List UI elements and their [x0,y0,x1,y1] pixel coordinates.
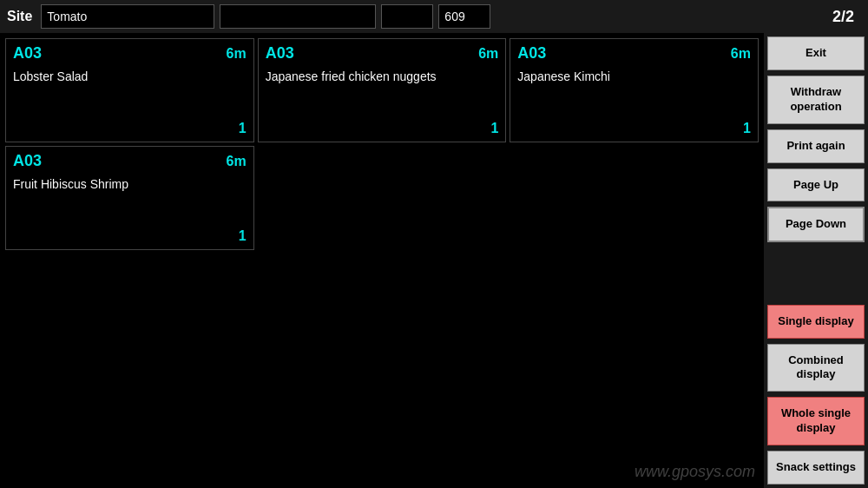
card-time: 6m [227,46,247,62]
card-table: A03 [13,44,42,63]
card-item: Fruit Hibiscus Shrimp [13,177,247,228]
card-qty: 1 [239,121,247,136]
watermark: www.gposys.com [635,463,755,481]
header-bar: Site 2/2 [0,0,868,33]
order-card: A03 6m Lobster Salad 1 [5,38,254,142]
card-header: A03 6m [13,152,247,170]
snack-settings-button[interactable]: Snack settings [767,451,865,485]
order-card: A03 6m Fruit Hibiscus Shrimp 1 [5,146,254,250]
card-qty: 1 [239,228,247,244]
sidebar-spacer [767,247,865,299]
main-area: A03 6m Lobster Salad 1 A03 6m Japanese f… [0,33,868,488]
short-input[interactable] [381,4,433,29]
num-input[interactable] [438,4,490,29]
card-item: Japanese Kimchi [517,69,751,121]
page-up-button[interactable]: Page Up [767,168,865,202]
card-item: Japanese fried chicken nuggets [266,69,499,121]
card-table: A03 [266,44,294,63]
card-qty: 1 [490,121,498,136]
card-time: 6m [478,46,498,62]
site-input[interactable] [41,4,214,29]
card-item: Lobster Salad [13,69,247,121]
single-display-button[interactable]: Single display [767,305,865,339]
print-again-button[interactable]: Print again [767,129,865,163]
card-table: A03 [13,152,42,170]
site-label: Site [7,9,32,24]
withdraw-button[interactable]: Withdraw operation [767,76,865,124]
exit-button[interactable]: Exit [767,36,865,70]
page-down-button[interactable]: Page Down [767,207,865,242]
card-table: A03 [517,44,546,63]
card-qty: 1 [743,121,751,136]
card-header: A03 6m [13,44,247,63]
card-time: 6m [227,154,247,169]
order-card: A03 6m Japanese fried chicken nuggets 1 [258,38,507,142]
order-card: A03 6m Japanese Kimchi 1 [510,38,759,142]
whole-single-button[interactable]: Whole single display [767,397,865,445]
page-indicator: 2/2 [832,8,854,26]
card-time: 6m [731,46,751,62]
card-header: A03 6m [517,44,751,63]
order-grid: A03 6m Lobster Salad 1 A03 6m Japanese f… [0,33,764,488]
mid-input[interactable] [220,4,376,29]
card-header: A03 6m [266,44,499,63]
sidebar: Exit Withdraw operation Print again Page… [764,33,868,488]
combined-display-button[interactable]: Combined display [767,344,865,392]
